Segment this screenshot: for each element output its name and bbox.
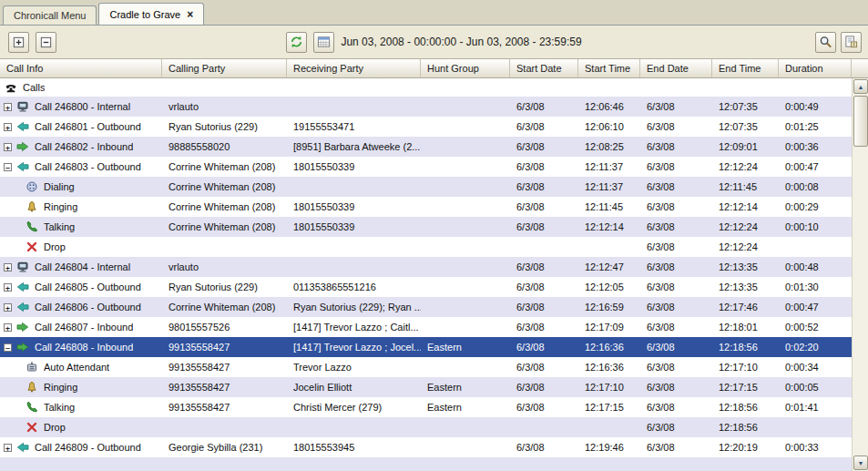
call-row[interactable]: +Call 246800 - Internalvrlauto6/3/0812:0… xyxy=(0,97,852,117)
tab-chronicall-menu[interactable]: Chronicall Menu xyxy=(3,5,97,25)
call-row[interactable]: +Call 246809 - OutboundGeorgie Sybilla (… xyxy=(0,437,852,457)
start-time-cell: 12:17:09 xyxy=(578,317,640,337)
expand-all-button[interactable] xyxy=(8,32,29,53)
expand-toggle-icon[interactable]: + xyxy=(4,123,12,131)
calling-party-cell: 99135558427 xyxy=(162,357,287,377)
start-date-cell: 6/3/08 xyxy=(510,197,578,217)
call-info-label: Talking xyxy=(44,397,75,417)
column-header-end-date[interactable]: End Date xyxy=(640,59,712,77)
end-time-cell: 12:17:15 xyxy=(712,377,779,397)
tab-cradle-to-grave[interactable]: Cradle to Grave × xyxy=(98,3,204,25)
column-header-call-info[interactable]: Call Info xyxy=(0,59,162,77)
inbound-icon xyxy=(16,140,30,153)
receiving-party-cell: 18015550339 xyxy=(287,197,421,217)
column-header-duration[interactable]: Duration xyxy=(779,59,852,77)
end-date-cell: 6/3/08 xyxy=(640,117,712,137)
start-time-cell: 12:16:36 xyxy=(578,337,640,357)
event-row[interactable]: DialingCorrine Whiteman (208)6/3/0812:11… xyxy=(0,177,852,197)
call-info-cell: Drop xyxy=(0,237,162,257)
duration-cell xyxy=(779,237,852,257)
hunt-group-cell xyxy=(421,277,510,297)
column-header-calling-party[interactable]: Calling Party xyxy=(162,59,287,77)
calls-group-row[interactable]: Calls xyxy=(0,78,852,97)
calendar-button[interactable] xyxy=(313,32,334,53)
event-row[interactable]: RingingCorrine Whiteman (208)18015550339… xyxy=(0,197,852,217)
end-time-cell: 12:09:01 xyxy=(712,137,779,157)
expand-toggle-icon[interactable]: + xyxy=(4,323,12,332)
scroll-down-button[interactable]: ▼ xyxy=(853,456,868,470)
end-date-cell: 6/3/08 xyxy=(640,297,712,317)
end-time-cell: 12:12:24 xyxy=(712,237,779,257)
call-row[interactable]: +Call 246806 - OutboundCorrine Whiteman … xyxy=(0,297,852,317)
calling-party-cell: Corrine Whiteman (208) xyxy=(162,157,287,177)
column-header-start-date[interactable]: Start Date xyxy=(510,59,578,77)
close-tab-icon[interactable]: × xyxy=(187,10,193,19)
duration-cell: 0:01:41 xyxy=(779,397,852,417)
call-info-label: Drop xyxy=(44,237,66,257)
start-time-cell: 12:11:37 xyxy=(578,177,640,197)
event-row[interactable]: Drop6/3/0812:12:24 xyxy=(0,237,852,257)
partial-row[interactable] xyxy=(0,457,852,471)
column-header-receiving-party[interactable]: Receiving Party xyxy=(287,59,421,77)
refresh-button[interactable] xyxy=(286,32,307,53)
call-info-label: Call 246803 - Outbound xyxy=(35,157,141,177)
event-row[interactable]: TalkingCorrine Whiteman (208)18015550339… xyxy=(0,217,852,237)
collapse-toggle-icon[interactable]: − xyxy=(4,163,12,171)
calling-party-cell: Ryan Sutorius (229) xyxy=(162,117,287,137)
expand-toggle-icon[interactable]: + xyxy=(4,444,12,452)
scroll-up-button[interactable]: ▲ xyxy=(853,79,868,94)
expand-toggle-icon[interactable]: + xyxy=(4,103,12,111)
search-button[interactable] xyxy=(815,32,836,53)
duration-cell: 0:00:33 xyxy=(779,437,852,457)
calling-party-cell: vrlauto xyxy=(162,257,287,277)
vertical-scrollbar[interactable]: ▲ ▼ xyxy=(852,78,868,471)
end-date-cell: 6/3/08 xyxy=(640,177,712,197)
call-info-label: Call 246806 - Outbound xyxy=(35,297,141,317)
event-row[interactable]: Auto Attendant99135558427Trevor Lazzo6/3… xyxy=(0,357,852,377)
hunt-group-cell xyxy=(421,257,510,277)
call-info-cell: Drop xyxy=(0,417,162,437)
refresh-icon xyxy=(290,36,303,48)
report-button[interactable] xyxy=(841,32,862,53)
start-date-cell: 6/3/08 xyxy=(510,217,578,237)
event-row[interactable]: Talking99135558427Christi Mercer (279)Ea… xyxy=(0,397,852,417)
scrollbar-thumb[interactable] xyxy=(853,96,868,147)
call-row[interactable]: +Call 246804 - Internalvrlauto6/3/0812:1… xyxy=(0,257,852,277)
duration-cell: 0:00:36 xyxy=(779,137,852,157)
event-row[interactable]: Drop6/3/0812:18:56 xyxy=(0,417,852,437)
expand-toggle-icon[interactable]: + xyxy=(4,143,12,151)
column-header-hunt-group[interactable]: Hunt Group xyxy=(421,59,510,77)
call-info-label: Call 246809 - Outbound xyxy=(35,437,141,457)
expand-toggle-icon[interactable]: + xyxy=(4,263,12,271)
hunt-group-cell: Eastern xyxy=(421,397,510,417)
calling-party-cell: Corrine Whiteman (208) xyxy=(162,177,287,197)
expand-toggle-icon[interactable]: + xyxy=(4,283,12,292)
end-time-cell: 12:13:35 xyxy=(712,277,779,297)
dialing-icon xyxy=(26,180,39,193)
start-date-cell: 6/3/08 xyxy=(510,357,578,377)
receiving-party-cell: Trevor Lazzo xyxy=(287,357,421,377)
call-info-cell: +Call 246806 - Outbound xyxy=(0,297,162,317)
drop-icon xyxy=(26,241,39,253)
call-row[interactable]: +Call 246807 - Inbound98015557526[1417] … xyxy=(0,317,852,337)
expand-toggle-icon[interactable]: + xyxy=(4,303,12,312)
outbound-icon xyxy=(16,160,30,173)
call-row[interactable]: +Call 246802 - Inbound98885558020[8951] … xyxy=(0,137,852,157)
duration-cell: 0:00:48 xyxy=(779,257,852,277)
column-header-end-time[interactable]: End Time xyxy=(712,59,779,77)
call-row[interactable]: −Call 246808 - Inbound99135558427[1417] … xyxy=(0,337,852,357)
call-row[interactable]: +Call 246801 - OutboundRyan Sutorius (22… xyxy=(0,117,852,137)
start-date-cell: 6/3/08 xyxy=(510,97,578,117)
start-time-cell: 12:17:10 xyxy=(578,377,640,397)
collapse-all-button[interactable] xyxy=(36,32,56,53)
column-header-start-time[interactable]: Start Time xyxy=(578,59,640,77)
calling-party-cell: vrlauto xyxy=(162,97,287,117)
call-row[interactable]: −Call 246803 - OutboundCorrine Whiteman … xyxy=(0,157,852,177)
receiving-party-cell: 18015550339 xyxy=(287,217,421,237)
event-row[interactable]: Ringing99135558427Jocelin ElliottEastern… xyxy=(0,377,852,397)
call-row[interactable]: +Call 246805 - OutboundRyan Sutorius (22… xyxy=(0,277,852,297)
start-date-cell xyxy=(510,417,578,437)
start-date-cell xyxy=(510,237,578,257)
hunt-group-cell xyxy=(421,317,510,337)
collapse-toggle-icon[interactable]: − xyxy=(4,343,12,352)
